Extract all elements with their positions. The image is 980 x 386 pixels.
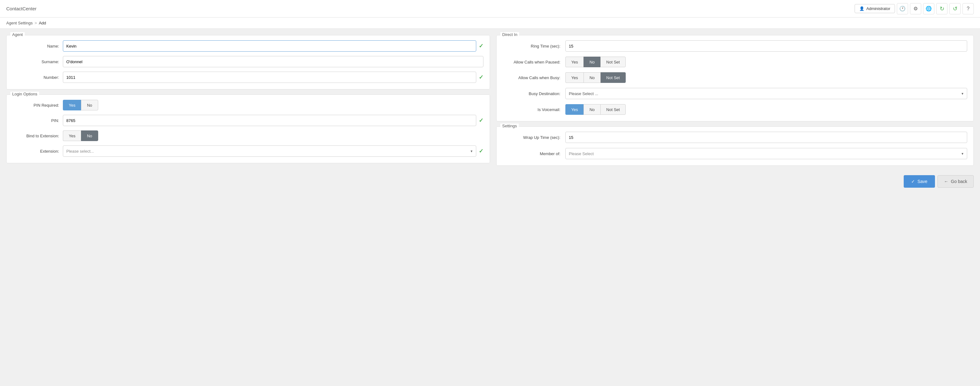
number-check-icon: ✓ bbox=[479, 74, 484, 81]
pin-required-control: Yes No bbox=[63, 100, 484, 110]
clock-icon: 🕐 bbox=[899, 6, 905, 11]
allow-paused-toggle: Yes No Not Set bbox=[565, 57, 967, 67]
wrap-up-row: Wrap Up Time (sec): bbox=[503, 132, 967, 143]
busy-dest-label: Busy Destination: bbox=[503, 91, 565, 96]
globe-icon-button[interactable]: 🌐 bbox=[923, 3, 934, 14]
allow-busy-yes-btn[interactable]: Yes bbox=[565, 72, 584, 83]
allow-busy-control: Yes No Not Set bbox=[565, 72, 967, 83]
name-row: Name: ✓ bbox=[13, 40, 484, 52]
bind-extension-label: Bind to Extension: bbox=[13, 134, 63, 138]
allow-paused-row: Allow Calls when Paused: Yes No Not Set bbox=[503, 57, 967, 67]
pin-required-row: PIN Required: Yes No bbox=[13, 100, 484, 110]
bind-no-btn[interactable]: No bbox=[81, 131, 98, 141]
pin-check-icon: ✓ bbox=[479, 117, 484, 124]
help-icon-button[interactable]: ? bbox=[963, 3, 974, 14]
member-of-control: Please Select bbox=[565, 148, 967, 159]
main-content: Agent Name: ✓ Surname: Number: ✓ bbox=[0, 29, 980, 172]
allow-busy-toggle: Yes No Not Set bbox=[565, 72, 967, 83]
settings-section-title: Settings bbox=[500, 124, 519, 128]
bind-yes-btn[interactable]: Yes bbox=[63, 131, 81, 141]
allow-busy-row: Allow Calls when Busy: Yes No Not Set bbox=[503, 72, 967, 83]
busy-dest-row: Busy Destination: Please Select ... bbox=[503, 88, 967, 99]
refresh1-icon: ↻ bbox=[940, 5, 944, 12]
agent-section: Agent Name: ✓ Surname: Number: ✓ bbox=[6, 35, 490, 89]
is-voicemail-not-set-btn[interactable]: Not Set bbox=[600, 104, 626, 115]
number-row: Number: ✓ bbox=[13, 72, 484, 83]
save-button[interactable]: ✓ Save bbox=[904, 175, 935, 188]
user-icon: 👤 bbox=[859, 6, 864, 11]
busy-dest-control: Please Select ... bbox=[565, 88, 967, 99]
is-voicemail-control: Yes No Not Set bbox=[565, 104, 967, 115]
allow-busy-not-set-btn[interactable]: Not Set bbox=[600, 72, 626, 83]
left-panel: Agent Name: ✓ Surname: Number: ✓ bbox=[6, 35, 490, 166]
pin-required-yes-btn[interactable]: Yes bbox=[63, 100, 81, 110]
name-input[interactable] bbox=[63, 40, 476, 52]
agent-section-title: Agent bbox=[10, 32, 25, 37]
login-options-title: Login Options bbox=[10, 92, 39, 96]
save-label: Save bbox=[918, 179, 928, 184]
busy-dest-select[interactable]: Please Select ... bbox=[565, 88, 967, 99]
number-input[interactable] bbox=[63, 72, 476, 83]
is-voicemail-label: Is Voicemail: bbox=[503, 107, 565, 112]
is-voicemail-yes-btn[interactable]: Yes bbox=[565, 104, 584, 115]
surname-input[interactable] bbox=[63, 56, 484, 67]
gear-icon: ⚙ bbox=[913, 6, 918, 11]
extension-label: Extension: bbox=[13, 149, 63, 153]
go-back-label: Go back bbox=[951, 179, 967, 184]
surname-control-wrap bbox=[63, 56, 484, 67]
member-of-row: Member of: Please Select bbox=[503, 148, 967, 159]
allow-paused-control: Yes No Not Set bbox=[565, 57, 967, 67]
back-arrow-icon: ← bbox=[944, 179, 948, 184]
pin-label: PIN: bbox=[13, 118, 63, 123]
clock-icon-button[interactable]: 🕐 bbox=[897, 3, 908, 14]
bind-extension-row: Bind to Extension: Yes No bbox=[13, 131, 484, 141]
go-back-button[interactable]: ← Go back bbox=[937, 175, 974, 188]
globe-icon: 🌐 bbox=[926, 6, 932, 11]
refresh1-icon-button[interactable]: ↻ bbox=[936, 3, 948, 14]
right-panel: Direct In Ring Time (sec): Allow Calls w… bbox=[496, 35, 974, 166]
settings-section: Settings Wrap Up Time (sec): Member of: … bbox=[496, 126, 974, 166]
gear-icon-button[interactable]: ⚙ bbox=[910, 3, 921, 14]
extension-control: Please select... ✓ bbox=[63, 145, 484, 157]
member-of-label: Member of: bbox=[503, 152, 565, 156]
direct-in-title: Direct In bbox=[500, 32, 519, 37]
allow-busy-label: Allow Calls when Busy: bbox=[503, 75, 565, 80]
breadcrumb-parent[interactable]: Agent Settings bbox=[6, 21, 33, 26]
extension-check-icon: ✓ bbox=[479, 148, 484, 155]
pin-required-label: PIN Required: bbox=[13, 103, 63, 108]
pin-input[interactable] bbox=[63, 115, 476, 126]
number-control-wrap: ✓ bbox=[63, 72, 484, 83]
pin-required-no-btn[interactable]: No bbox=[81, 100, 98, 110]
ring-time-input[interactable] bbox=[565, 40, 967, 52]
allow-paused-not-set-btn[interactable]: Not Set bbox=[600, 57, 626, 67]
ring-time-row: Ring Time (sec): bbox=[503, 40, 967, 52]
is-voicemail-no-btn[interactable]: No bbox=[584, 104, 600, 115]
app-title: ContactCenter bbox=[6, 6, 854, 11]
allow-paused-no-btn[interactable]: No bbox=[584, 57, 600, 67]
footer: ✓ Save ← Go back bbox=[0, 172, 980, 194]
member-of-select[interactable]: Please Select bbox=[565, 148, 967, 159]
name-check-icon: ✓ bbox=[479, 43, 484, 49]
header-actions: 👤 Administrator 🕐 ⚙ 🌐 ↻ ↺ ? bbox=[854, 3, 974, 14]
login-options-section: Login Options PIN Required: Yes No PIN: … bbox=[6, 94, 490, 163]
refresh2-icon-button[interactable]: ↺ bbox=[949, 3, 961, 14]
allow-busy-no-btn[interactable]: No bbox=[584, 72, 600, 83]
direct-in-section: Direct In Ring Time (sec): Allow Calls w… bbox=[496, 35, 974, 121]
extension-select[interactable]: Please select... bbox=[63, 145, 476, 157]
refresh2-icon: ↺ bbox=[953, 5, 958, 12]
wrap-up-label: Wrap Up Time (sec): bbox=[503, 135, 565, 140]
help-icon: ? bbox=[967, 6, 970, 11]
name-control-wrap: ✓ bbox=[63, 40, 484, 52]
is-voicemail-row: Is Voicemail: Yes No Not Set bbox=[503, 104, 967, 115]
wrap-up-input[interactable] bbox=[565, 132, 967, 143]
allow-paused-yes-btn[interactable]: Yes bbox=[565, 57, 584, 67]
extension-row: Extension: Please select... ✓ bbox=[13, 145, 484, 157]
number-label: Number: bbox=[13, 75, 63, 80]
user-menu-button[interactable]: 👤 Administrator bbox=[854, 4, 895, 13]
ring-time-control bbox=[565, 40, 967, 52]
user-label: Administrator bbox=[866, 6, 890, 11]
breadcrumb-separator: > bbox=[35, 21, 37, 26]
pin-required-toggle: Yes No bbox=[63, 100, 98, 110]
pin-control-wrap: ✓ bbox=[63, 115, 484, 126]
ring-time-label: Ring Time (sec): bbox=[503, 44, 565, 48]
